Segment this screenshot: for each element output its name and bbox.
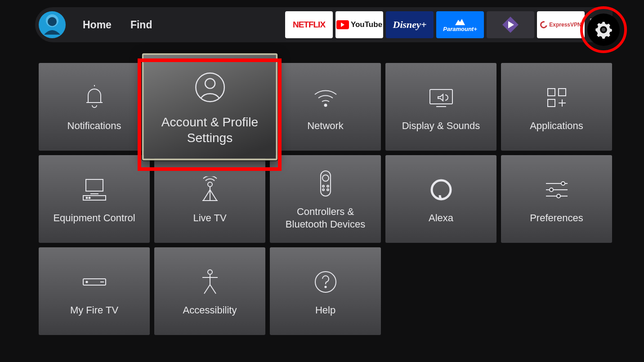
- svg-point-41: [86, 281, 87, 282]
- display-sounds-icon: [427, 82, 455, 113]
- app-paramountplus[interactable]: Paramount+: [436, 11, 484, 38]
- settings-screen: Home Find NETFLIX YouTube Disney+ Paramo…: [0, 0, 644, 362]
- app-netflix[interactable]: NETFLIX: [285, 11, 333, 38]
- svg-point-33: [432, 180, 451, 199]
- app-disneyplus[interactable]: Disney+: [386, 11, 434, 38]
- pinned-apps: NETFLIX YouTube Disney+ Paramount+ Expre…: [285, 11, 605, 38]
- tile-label: Live TV: [193, 212, 226, 224]
- svg-point-11: [324, 104, 326, 106]
- svg-point-28: [322, 175, 329, 181]
- svg-line-47: [210, 285, 216, 294]
- youtube-label: YouTube: [351, 20, 382, 29]
- alexa-icon: [429, 174, 453, 206]
- paramount-mountain-icon: [454, 18, 466, 26]
- applications-icon: [544, 82, 569, 113]
- youtube-icon: [336, 20, 349, 29]
- svg-rect-12: [430, 89, 452, 104]
- bell-icon: [83, 82, 106, 113]
- expressvpn-icon: [539, 20, 549, 30]
- tile-help[interactable]: Help: [270, 247, 381, 335]
- tile-preferences[interactable]: Preferences: [501, 155, 612, 243]
- svg-point-22: [86, 197, 87, 198]
- svg-point-49: [325, 286, 326, 287]
- antenna-icon: [199, 174, 221, 206]
- nav-find[interactable]: Find: [130, 19, 152, 31]
- svg-point-39: [557, 194, 560, 198]
- tile-label: Display & Sounds: [402, 120, 480, 132]
- svg-point-30: [327, 185, 329, 187]
- app-youtube[interactable]: YouTube: [335, 11, 383, 38]
- tile-label: Network: [307, 120, 344, 132]
- paramount-label: Paramount+: [443, 26, 477, 32]
- tile-label: Controllers & Bluetooth Devices: [277, 206, 374, 230]
- tile-network[interactable]: Network: [270, 63, 381, 151]
- svg-rect-16: [548, 99, 555, 107]
- device-icon: [80, 266, 108, 298]
- tile-controllers-bluetooth[interactable]: Controllers & Bluetooth Devices: [270, 155, 381, 243]
- app-hbomax[interactable]: [487, 11, 534, 38]
- profile-icon: [194, 68, 226, 106]
- svg-point-31: [322, 189, 324, 191]
- svg-point-35: [561, 182, 565, 185]
- equipment-icon: [80, 174, 108, 206]
- help-icon: [313, 266, 338, 298]
- nav-home[interactable]: Home: [83, 19, 112, 31]
- svg-point-23: [89, 197, 90, 198]
- svg-point-10: [205, 78, 215, 88]
- svg-point-37: [550, 188, 553, 192]
- tile-applications[interactable]: Applications: [501, 63, 612, 151]
- remote-icon: [318, 168, 333, 199]
- tile-label: Alexa: [429, 212, 453, 224]
- settings-button[interactable]: [587, 13, 620, 46]
- tile-label: Equipment Control: [53, 212, 135, 224]
- tile-live-tv[interactable]: Live TV: [154, 155, 265, 243]
- gear-icon: [594, 20, 613, 39]
- svg-line-46: [204, 285, 210, 294]
- top-nav-bar: Home Find NETFLIX YouTube Disney+ Paramo…: [35, 7, 613, 42]
- svg-point-8: [602, 28, 606, 32]
- svg-point-48: [315, 272, 336, 292]
- svg-rect-15: [559, 89, 566, 96]
- sliders-icon: [543, 174, 570, 206]
- svg-rect-14: [548, 89, 555, 96]
- tile-display-sounds[interactable]: Display & Sounds: [385, 63, 496, 151]
- tile-account-profile[interactable]: Account & Profile Settings: [142, 54, 277, 161]
- svg-rect-19: [86, 179, 103, 191]
- tile-my-fire-tv[interactable]: My Fire TV: [39, 247, 150, 335]
- settings-gear-highlight: [580, 6, 627, 53]
- nav-links: Home Find: [83, 19, 152, 31]
- svg-point-24: [208, 182, 212, 187]
- tile-equipment-control[interactable]: Equipment Control: [39, 155, 150, 243]
- svg-point-0: [48, 17, 57, 26]
- svg-point-29: [322, 185, 324, 187]
- settings-grid: Notifications Account & Profile Settings…: [39, 63, 636, 335]
- app-expressvpn[interactable]: ExpressVPN: [537, 11, 585, 38]
- svg-point-43: [208, 270, 212, 274]
- tile-label: Account & Profile Settings: [152, 114, 267, 146]
- expressvpn-label: ExpressVPN: [549, 22, 581, 28]
- profile-avatar[interactable]: [39, 11, 66, 38]
- tile-accessibility[interactable]: Accessibility: [154, 247, 265, 335]
- svg-point-9: [196, 73, 224, 101]
- svg-point-32: [327, 189, 329, 191]
- tile-label: Notifications: [67, 120, 121, 132]
- tile-alexa[interactable]: Alexa: [385, 155, 496, 243]
- tile-notifications[interactable]: Notifications: [39, 63, 150, 151]
- accessibility-icon: [200, 266, 220, 298]
- tile-label: Help: [315, 304, 335, 317]
- tile-label: My Fire TV: [70, 304, 118, 317]
- tile-label: Preferences: [530, 212, 583, 224]
- wifi-icon: [312, 82, 339, 113]
- play-diamond-icon: [501, 16, 520, 34]
- tile-label: Applications: [530, 120, 583, 132]
- tile-label: Accessibility: [183, 304, 237, 317]
